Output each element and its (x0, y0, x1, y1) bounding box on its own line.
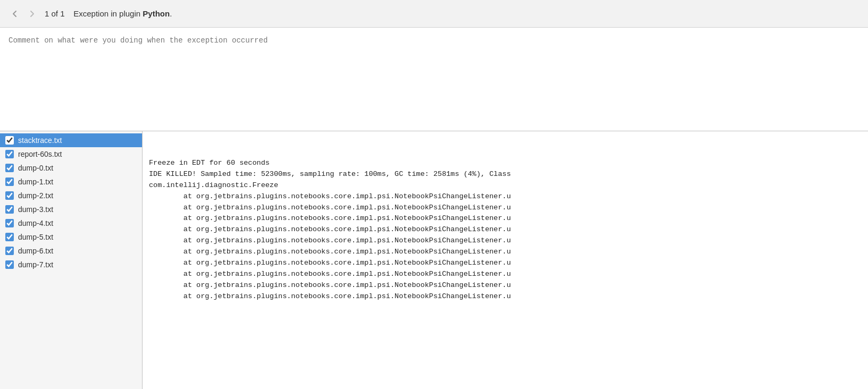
content-line: at org.jetbrains.plugins.notebooks.core.… (149, 258, 862, 269)
nav-title-suffix: . (170, 9, 172, 18)
file-checkbox[interactable] (5, 150, 14, 158)
file-item[interactable]: stacktrace.txt (0, 133, 142, 147)
file-checkbox[interactable] (5, 233, 14, 241)
content-line: at org.jetbrains.plugins.notebooks.core.… (149, 247, 862, 258)
nav-title-prefix: Exception in plugin (73, 9, 143, 18)
file-checkbox[interactable] (5, 177, 14, 186)
forward-arrow-button[interactable] (26, 7, 38, 20)
file-item[interactable]: dump-1.txt (0, 175, 142, 189)
file-item[interactable]: dump-4.txt (0, 216, 142, 230)
file-checkbox[interactable] (5, 247, 14, 255)
comment-textarea[interactable] (4, 32, 864, 126)
file-label: dump-6.txt (18, 247, 53, 255)
main-container: 1 of 1 Exception in plugin Python. stack… (0, 0, 868, 389)
file-item[interactable]: dump-3.txt (0, 202, 142, 216)
content-line: at org.jetbrains.plugins.notebooks.core.… (149, 235, 862, 247)
comment-section (0, 28, 868, 131)
file-checkbox[interactable] (5, 260, 14, 269)
content-line: Freeze in EDT for 60 seconds (149, 158, 862, 169)
content-line: at org.jetbrains.plugins.notebooks.core.… (149, 202, 862, 214)
file-checkbox[interactable] (5, 205, 14, 214)
content-line: at org.jetbrains.plugins.notebooks.core.… (149, 191, 862, 202)
file-checkbox[interactable] (5, 136, 14, 145)
file-checkbox[interactable] (5, 191, 14, 200)
nav-arrows (9, 7, 38, 20)
content-line: at org.jetbrains.plugins.notebooks.core.… (149, 291, 862, 302)
content-area[interactable]: Freeze in EDT for 60 secondsIDE KILLED! … (143, 131, 868, 389)
file-item[interactable]: report-60s.txt (0, 147, 142, 161)
file-label: report-60s.txt (18, 150, 62, 158)
content-line: at org.jetbrains.plugins.notebooks.core.… (149, 213, 862, 224)
file-checkbox[interactable] (5, 164, 14, 172)
bottom-panel: stacktrace.txtreport-60s.txtdump-0.txtdu… (0, 131, 868, 389)
content-line: at org.jetbrains.plugins.notebooks.core.… (149, 280, 862, 291)
file-label: dump-1.txt (18, 177, 53, 186)
file-item[interactable]: dump-5.txt (0, 230, 142, 244)
nav-counter: 1 of 1 (45, 9, 65, 18)
file-label: dump-4.txt (18, 219, 53, 227)
nav-title: 1 of 1 Exception in plugin Python. (45, 9, 172, 18)
file-label: stacktrace.txt (18, 136, 62, 145)
back-arrow-button[interactable] (9, 7, 21, 20)
file-item[interactable]: dump-7.txt (0, 258, 142, 272)
file-label: dump-5.txt (18, 233, 53, 241)
file-item[interactable]: dump-0.txt (0, 161, 142, 175)
file-list: stacktrace.txtreport-60s.txtdump-0.txtdu… (0, 131, 143, 389)
content-line: at org.jetbrains.plugins.notebooks.core.… (149, 224, 862, 235)
file-item[interactable]: dump-2.txt (0, 189, 142, 202)
content-line: com.intellij.diagnostic.Freeze (149, 180, 862, 191)
nav-title-bold: Python (143, 9, 170, 18)
content-line: IDE KILLED! Sampled time: 52300ms, sampl… (149, 169, 862, 180)
file-checkbox[interactable] (5, 219, 14, 227)
file-item[interactable]: dump-6.txt (0, 244, 142, 258)
nav-bar: 1 of 1 Exception in plugin Python. (0, 0, 868, 28)
file-label: dump-0.txt (18, 164, 53, 172)
file-label: dump-2.txt (18, 191, 53, 200)
content-line: at org.jetbrains.plugins.notebooks.core.… (149, 269, 862, 280)
file-label: dump-3.txt (18, 205, 53, 214)
file-label: dump-7.txt (18, 260, 53, 269)
